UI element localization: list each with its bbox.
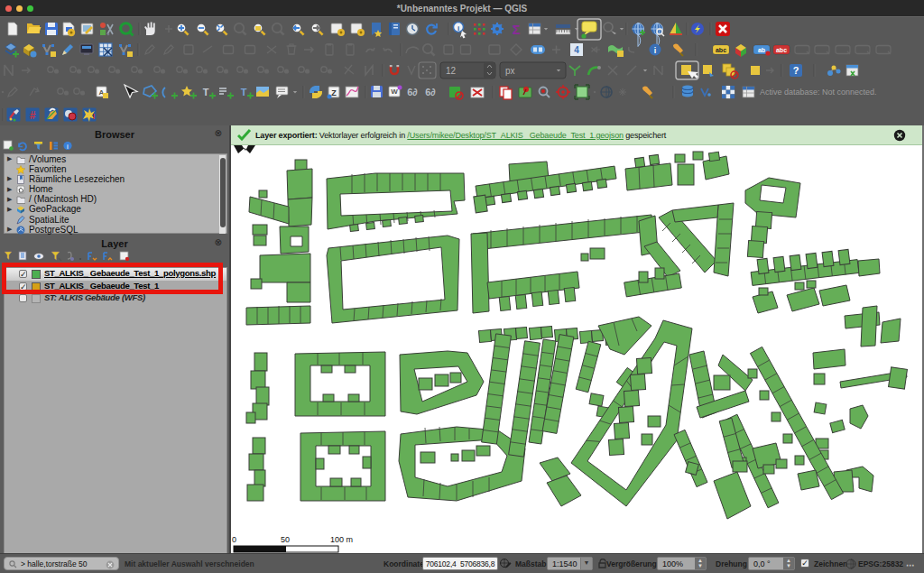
svg-text:100 m: 100 m	[330, 535, 353, 544]
svg-text:i: i	[654, 46, 657, 55]
svg-text:px: px	[505, 66, 515, 76]
svg-text:50: 50	[281, 535, 290, 544]
svg-text:4: 4	[574, 45, 579, 55]
svg-text:ab: ab	[758, 47, 765, 53]
svg-text:i: i	[457, 24, 459, 32]
svg-text:0: 0	[232, 535, 236, 544]
svg-text:abc: abc	[776, 47, 787, 53]
svg-text:T: T	[203, 87, 209, 97]
svg-text:T: T	[241, 87, 247, 97]
svg-text:?: ?	[793, 65, 799, 76]
svg-text:12: 12	[446, 66, 457, 76]
svg-text:W: W	[391, 88, 398, 96]
svg-text:i: i	[67, 143, 69, 151]
svg-text:#: #	[30, 109, 36, 122]
svg-text:Σ: Σ	[512, 22, 520, 37]
svg-text:Active database: Not connected: Active database: Not connected.	[760, 88, 877, 97]
svg-text:6∂: 6∂	[425, 87, 436, 97]
svg-text:!: !	[93, 112, 96, 121]
svg-text:abc: abc	[716, 47, 726, 53]
svg-text:Z: Z	[331, 88, 337, 97]
svg-text:6∂: 6∂	[407, 87, 418, 97]
